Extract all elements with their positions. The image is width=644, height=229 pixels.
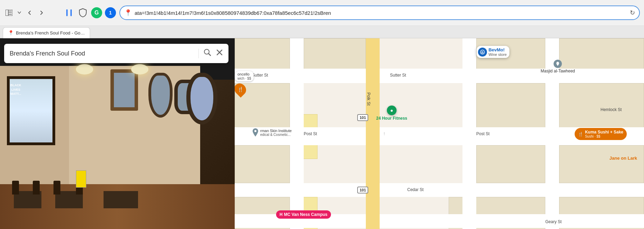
building-block [559,145,644,183]
map-area[interactable]: Sutter St Sutter St Post St Post St Ceda… [235,38,644,229]
mirror2 [148,73,173,118]
svg-line-8 [209,54,211,56]
left-panel: Brenda's French Soul Food [0,38,235,229]
masjid-marker[interactable]: Masjid al-Tawheed [541,60,575,73]
chair1 [12,181,19,195]
table3 [104,191,138,208]
masjid-icon [554,60,562,68]
building-block [235,38,290,69]
sutter-st-label-left: Sutter St [252,73,268,78]
search-divider [198,49,199,58]
building-block [476,83,545,128]
map-background: Sutter St Sutter St Post St Post St Ceda… [235,38,644,229]
highway-101-badge-1: 101 [357,114,368,121]
search-icon[interactable] [204,49,211,58]
ceiling-light [76,64,93,74]
maps-container: Brenda's French Soul Food [0,38,644,229]
bevmo-label[interactable]: B BevMo! Wine store [477,46,509,58]
highway-101-badge-2: 101 [357,187,368,193]
caution-sign [76,170,86,188]
onepassword-extension-icon[interactable]: 1 [105,7,116,18]
vstreet1 [290,38,304,229]
url-input[interactable] [135,10,627,16]
polk-st-road [366,38,380,229]
active-tab[interactable]: 📍 Brenda's French Soul Food - Google Map… [3,27,90,38]
back-button[interactable] [25,8,35,18]
fork-knife-icon: 🍴 [578,132,583,137]
photo-interior: BLACKLIVESMATT... [0,38,235,229]
skin-institute-marker[interactable]: rman Skin Institute edical & Cosmetic... [252,128,292,137]
masjid-label: Masjid al-Tawheed [541,69,575,73]
building-block [559,83,644,128]
bevmo-icon: B [478,48,487,57]
jane-on-lark-label: Jane on Lark [609,156,637,161]
oncello-marker[interactable]: oncellowich · $$ [235,71,254,81]
shield-extension-icon[interactable] [77,7,88,18]
building-block [476,145,545,183]
tab-bar: 📍 Brenda's French Soul Food - Google Map… [0,26,644,38]
bardeen-extension-icon[interactable] [64,7,75,18]
ceiling-light2 [131,64,148,74]
url-favicon-icon: 📍 [124,9,132,17]
mirror1 [110,69,138,111]
hotel-marker[interactable]: H MC Van Ness Campus [276,210,331,219]
chair2 [33,181,40,195]
bevmo-marker[interactable]: B BevMo! Wine store [477,46,509,58]
restaurant-marker-left[interactable]: 🍴 [235,83,246,96]
sidebar-toggle-button[interactable] [4,9,14,17]
sutter-st-label-right: Sutter St [390,73,406,78]
browser-controls [4,8,46,18]
url-bar[interactable]: 📍 ↻ [119,6,640,20]
cedar-st-label: Cedar St [407,187,423,192]
search-box: Brenda's French Soul Food [4,44,228,63]
extension-icons: G 1 [64,7,116,18]
tab-favicon-icon: 📍 [8,30,14,36]
post-st-label-right: Post St [476,131,490,136]
svg-rect-6 [70,9,72,16]
wall-sign: BLACKLIVESMATT... [10,83,21,96]
hotel-label: MC Van Ness Campus [284,212,328,217]
svg-rect-0 [6,10,8,16]
highway-101-text-2: 101 [357,187,368,193]
tab-menu-button[interactable] [16,9,23,17]
refresh-icon[interactable]: ↻ [630,9,635,17]
post-st-arrows: ↑ [383,131,386,136]
24hour-fitness-icon: ● [387,106,397,115]
post-st-label-left: Post St [304,131,317,136]
kuma-sushi-subtitle: Sushi · $$ [585,135,623,138]
tab-title: Brenda's French Soul Food - Google Maps [16,30,85,36]
skin-institute-label: rman Skin Institute edical & Cosmetic... [252,128,292,137]
browser-chrome: G 1 📍 ↻ [0,0,644,26]
building-block [304,38,366,69]
svg-rect-5 [66,9,68,16]
kuma-sushi-name: Kuma Sushi + Sake [585,130,623,135]
close-icon[interactable] [216,49,223,58]
forward-button[interactable] [37,8,46,18]
hotel-h-icon: H [280,212,283,217]
vstreet2 [462,38,476,229]
mirror4 [186,73,217,125]
onepassword-label: 1 [109,10,112,16]
svg-text:B: B [481,51,484,54]
jane-on-lark-marker[interactable]: Jane on Lark [609,156,637,161]
kuma-sushi-marker[interactable]: 🍴 Kuma Sushi + Sake Sushi · $$ [575,128,627,140]
oncello-label: oncellowich · $$ [235,71,254,81]
24hour-fitness-marker[interactable]: ● 24 Hour Fitness [376,106,407,121]
building-block [235,145,290,183]
bevmo-text: BevMo! Wine store [488,47,507,57]
24hour-fitness-label: 24 Hour Fitness [376,116,407,121]
grammarly-letter: G [95,10,99,16]
svg-point-13 [254,130,256,132]
polk-st-label: Polk St [366,92,371,106]
grammarly-extension-icon[interactable]: G [91,7,102,18]
geary-st-label: Geary St [545,219,562,224]
hemlock-label: Hemlock St [601,107,622,112]
highway-101-text: 101 [357,114,368,121]
chair3 [53,181,60,195]
restaurant-photo[interactable]: BLACKLIVESMATT... [0,38,235,229]
search-query-text: Brenda's French Soul Food [10,50,194,57]
